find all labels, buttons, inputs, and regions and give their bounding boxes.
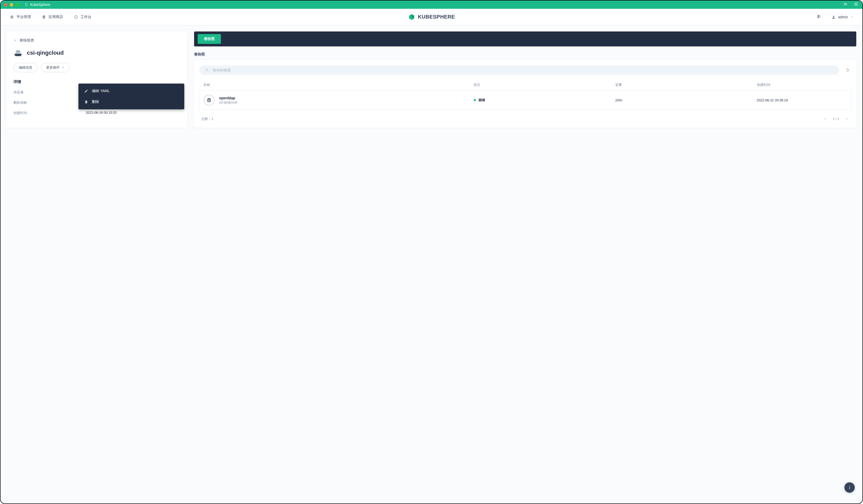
search-icon — [205, 68, 209, 72]
prev-page-button[interactable]: ← — [823, 116, 828, 121]
help-button[interactable]: i — [845, 482, 855, 493]
user-icon — [831, 15, 836, 19]
maximize-icon[interactable] — [15, 3, 19, 7]
kubesphere-logo-icon — [408, 13, 415, 21]
logo[interactable]: KUBESPHERE — [408, 13, 455, 21]
logo-text: KUBESPHERE — [418, 14, 455, 20]
page-indicator: 1 / 1 — [833, 117, 839, 121]
nav-left: 平台管理 应用商店 工作台 — [10, 15, 91, 20]
more-actions-dropdown: 编辑 YAML 删除 — [78, 83, 184, 109]
snapshots-card: 名称 状态 容量 创建时间 openldap csi-qingcloud — [194, 60, 856, 128]
titlebar-right — [843, 2, 858, 8]
resource-name: csi-qingcloud — [27, 50, 64, 56]
dropdown-label: 删除 — [92, 100, 99, 104]
traffic-lights — [4, 3, 19, 7]
nav-platform[interactable]: 平台管理 — [10, 15, 31, 20]
col-created: 创建时间 — [757, 82, 847, 87]
row-name-cell: openldap csi-qingcloud — [204, 95, 474, 105]
reload-icon — [25, 3, 28, 7]
storage-class-icon — [13, 49, 23, 57]
user-name: admin — [838, 15, 848, 19]
resource-title: csi-qingcloud — [13, 49, 181, 57]
row-subtitle: csi-qingcloud — [219, 101, 237, 104]
svg-point-7 — [208, 101, 211, 102]
nav-label: 应用商店 — [49, 15, 63, 20]
refresh-button[interactable] — [844, 66, 851, 74]
detail-sidebar: 卷快照类 csi-qingcloud 编辑信息 更多操作 详情 供应者: — [7, 31, 187, 128]
table-row[interactable]: openldap csi-qingcloud 就绪 20Gi 2022-06-2… — [199, 90, 851, 110]
dropdown-delete[interactable]: 删除 — [78, 96, 184, 107]
svg-rect-2 — [820, 15, 821, 18]
expand-icon[interactable] — [843, 2, 848, 8]
action-buttons: 编辑信息 更多操作 — [13, 63, 181, 72]
row-created: 2022-06-22 20:36:19 — [757, 98, 847, 102]
row-title: openldap — [219, 96, 237, 100]
chevron-down-icon — [851, 16, 853, 18]
dropdown-label: 编辑 YAML — [92, 89, 110, 93]
svg-rect-4 — [16, 52, 21, 54]
pagination: 总数：1 ← 1 / 1 → — [199, 113, 851, 122]
row-status: 就绪 — [474, 98, 615, 102]
nav-label: 工作台 — [80, 15, 91, 20]
table-header: 名称 状态 容量 创建时间 — [199, 79, 851, 90]
top-nav: 平台管理 应用商店 工作台 KUBESPHERE admin — [1, 9, 862, 25]
detail-label: 创建时间: — [13, 111, 86, 115]
row-capacity: 20Gi — [615, 98, 757, 102]
trash-icon — [84, 100, 88, 104]
tab-bar: 卷快照 — [194, 31, 856, 47]
back-link[interactable]: 卷快照类 — [13, 38, 181, 43]
nav-label: 平台管理 — [16, 15, 31, 20]
layers-icon — [42, 15, 46, 19]
chevron-down-icon — [62, 66, 64, 69]
svg-rect-1 — [817, 15, 819, 18]
search-input[interactable] — [213, 68, 834, 72]
search-box[interactable] — [199, 65, 839, 75]
pagination-total: 总数：1 — [201, 117, 213, 121]
dropdown-edit-yaml[interactable]: 编辑 YAML — [78, 86, 184, 96]
layout-toggle-icon[interactable] — [817, 14, 821, 20]
next-page-button[interactable]: → — [845, 116, 849, 121]
pencil-icon — [84, 89, 88, 93]
tab-snapshots[interactable]: 卷快照 — [198, 34, 221, 44]
minimize-icon[interactable] — [10, 3, 13, 7]
back-label: 卷快照类 — [20, 38, 34, 43]
pagination-right: ← 1 / 1 → — [823, 116, 849, 121]
content: 卷快照类 csi-qingcloud 编辑信息 更多操作 详情 供应者: — [1, 25, 862, 134]
main-panel: 卷快照 卷快照 名称 状态 容量 创建时间 — [194, 31, 856, 128]
menu-icon[interactable] — [854, 2, 858, 8]
refresh-icon — [846, 68, 850, 72]
status-dot-icon — [474, 99, 476, 101]
svg-rect-5 — [16, 51, 20, 52]
close-icon[interactable] — [4, 3, 8, 7]
gear-icon — [10, 15, 14, 19]
user-menu[interactable]: admin — [831, 15, 853, 19]
detail-label: 删除策略: — [13, 100, 86, 105]
window-title: KubeSphere — [25, 3, 50, 7]
col-status: 状态 — [474, 82, 615, 87]
section-label: 卷快照 — [194, 52, 856, 57]
nav-workbench[interactable]: 工作台 — [74, 15, 91, 20]
nav-appstore[interactable]: 应用商店 — [42, 15, 63, 20]
detail-row-created: 创建时间: 2022-06-16 00:15:52 — [13, 111, 181, 115]
svg-point-6 — [208, 98, 211, 100]
snapshot-icon — [204, 95, 214, 105]
svg-point-3 — [833, 15, 834, 17]
dashboard-icon — [74, 15, 78, 19]
detail-value: 2022-06-16 00:15:52 — [86, 111, 117, 115]
col-name: 名称 — [203, 82, 474, 87]
chevron-left-icon — [13, 39, 17, 42]
more-actions-button[interactable]: 更多操作 — [41, 63, 70, 72]
search-row — [199, 65, 851, 75]
detail-label: 供应者: — [13, 90, 86, 95]
col-capacity: 容量 — [615, 82, 757, 87]
nav-right: admin — [817, 14, 853, 20]
edit-info-button[interactable]: 编辑信息 — [13, 63, 38, 72]
window-titlebar: KubeSphere — [1, 1, 862, 9]
